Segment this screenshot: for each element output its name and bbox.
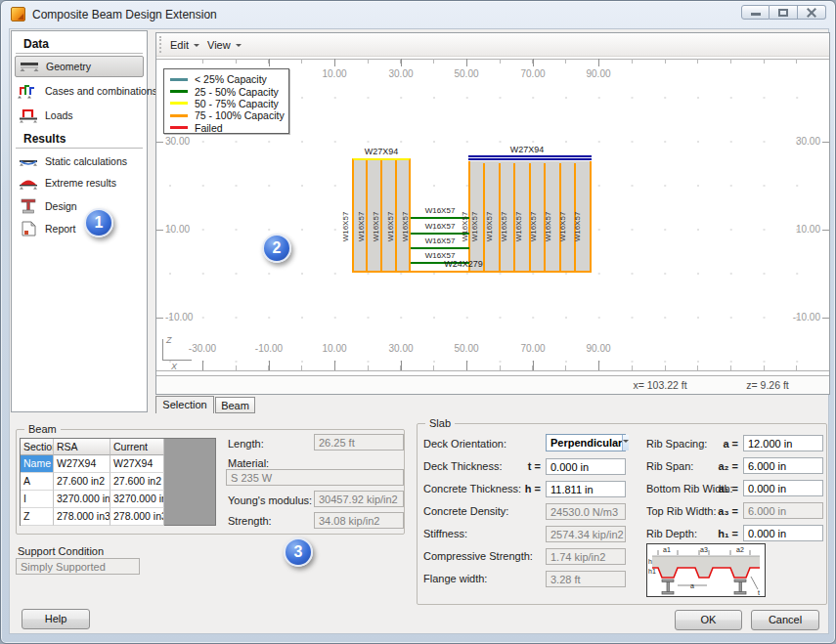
help-button[interactable]: Help	[22, 609, 90, 629]
diagram-label-a3: a3	[700, 546, 708, 553]
tab-beam[interactable]: Beam	[215, 397, 255, 413]
ruler-label: 30.00	[785, 136, 820, 147]
ruler-label: 90.00	[577, 68, 620, 79]
diagram-label-t: t	[758, 589, 760, 596]
rib-span-input[interactable]: 6.000 in	[743, 457, 823, 474]
selected-beam-line[interactable]	[468, 158, 592, 160]
divider	[16, 148, 143, 149]
legend-swatch	[170, 78, 188, 81]
deck-profile-diagram: a1 a3 a2 h h1 a t	[646, 543, 766, 597]
capacity-legend: < 25% Capacity 25 - 50% Capacity 50 - 75…	[163, 68, 289, 134]
concrete-density-field: 24530.0 N/m3	[546, 503, 626, 520]
dialog-content: Data Geometry Cases and combinations Loa…	[9, 28, 829, 634]
ruler-label: 50.00	[445, 343, 488, 354]
table-row[interactable]: Z 278.000 in3 278.000 in3	[21, 508, 164, 526]
toolbar-drag-handle[interactable]	[159, 36, 162, 53]
cancel-button[interactable]: Cancel	[751, 610, 819, 630]
infill-label: W16X57	[573, 197, 583, 256]
axis-x-label: X	[171, 362, 177, 371]
infill-label: W16X57	[372, 197, 381, 256]
sidebar-item-geometry[interactable]: Geometry	[15, 56, 144, 77]
infill-label: W16X57	[401, 197, 411, 256]
sidebar-item-extreme-results[interactable]: Extreme results	[15, 172, 144, 193]
sidebar-item-static-calculations[interactable]: Static calculations	[15, 150, 144, 172]
plot-area[interactable]: -10.00 10.00 30.00 50.00 70.00 90.00 30.…	[156, 57, 829, 375]
minimize-button[interactable]	[741, 5, 770, 20]
rib-spacing-input[interactable]: 12.000 in	[743, 435, 823, 451]
infill-label: W16X57	[514, 197, 524, 256]
selected-beam-line[interactable]	[468, 155, 592, 157]
strength-field: 34.08 kip/in2	[314, 512, 404, 529]
concrete-thickness-input[interactable]: 11.811 in	[546, 481, 626, 497]
ruler-label: 10.00	[313, 343, 356, 354]
callout-badge-1: 1	[84, 208, 113, 237]
table-row[interactable]: Name W27X94 W27X94	[21, 455, 164, 473]
cases-combinations-icon	[18, 83, 41, 99]
bottom-rib-width-input[interactable]: 0.000 in	[743, 480, 823, 496]
ruler-label: 10.00	[785, 224, 820, 235]
maximize-button[interactable]	[770, 5, 798, 20]
divider	[16, 53, 143, 54]
close-button[interactable]	[798, 5, 826, 20]
deck-thickness-input[interactable]: 0.000 in	[546, 458, 626, 475]
geometry-icon	[19, 59, 42, 74]
chevron-down-icon	[236, 44, 242, 50]
tab-selection[interactable]: Selection	[155, 396, 214, 413]
legend-swatch	[170, 102, 188, 105]
compressive-strength-label: Compressive Strength:	[423, 550, 533, 562]
material-label: Material:	[228, 457, 269, 469]
view-menu[interactable]: View	[203, 37, 245, 53]
sidebar-item-cases[interactable]: Cases and combinations	[15, 80, 144, 102]
beam-label-w27x94-left: W27X94	[352, 147, 411, 156]
flange-width-label: Flange width:	[423, 573, 487, 584]
ruler-label: 90.00	[577, 343, 620, 354]
titlebar[interactable]: Composite Beam Design Extension	[1, 1, 835, 28]
diagram-label-a: a	[690, 582, 694, 589]
material-field: S 235 W	[226, 469, 404, 486]
rib-depth-input[interactable]: 0.000 in	[743, 525, 823, 541]
rib-depth-symbol: h₁ =	[683, 528, 738, 539]
chevron-down-icon	[194, 44, 199, 50]
youngs-modulus-field: 30457.92 kip/in2	[314, 491, 404, 507]
deck-orientation-select[interactable]: Perpendicular	[546, 434, 626, 451]
beam-group-label: Beam	[24, 423, 61, 435]
dropdown-arrow-icon[interactable]	[622, 435, 629, 451]
beam-label-w27x94-right: W27X94	[498, 145, 556, 154]
app-icon	[11, 7, 25, 21]
sidebar-item-report[interactable]: Report	[15, 218, 144, 239]
stiffness-field: 2574.34 kip/in2	[546, 526, 626, 542]
cursor-x-coordinate: x= 103.22 ft	[616, 379, 704, 391]
static-calculations-icon	[18, 153, 41, 169]
ruler-minor-ticks-top	[202, 59, 801, 64]
ok-button[interactable]: OK	[675, 610, 742, 630]
ruler-label: -10.00	[247, 343, 290, 354]
compressive-strength-field: 1.74 kip/in2	[546, 548, 626, 565]
legend-swatch	[170, 90, 188, 93]
support-condition-field: Simply Supported	[16, 558, 140, 575]
table-row[interactable]: A 27.600 in2 27.600 in2	[21, 473, 164, 491]
ruler-label: 30.00	[165, 136, 200, 147]
deck-orientation-label: Deck Orientation:	[423, 438, 506, 450]
girder-line[interactable]	[352, 271, 592, 273]
table-row[interactable]: I 3270.000 in4 3270.000 in4	[21, 491, 164, 508]
diagram-label-a1: a1	[663, 546, 671, 553]
axis-z-label: Z	[166, 335, 172, 345]
design-icon	[18, 198, 41, 214]
strength-label: Strength:	[228, 515, 272, 527]
sidebar-item-design[interactable]: Design	[15, 195, 144, 217]
maximize-icon	[778, 9, 788, 17]
legend-swatch	[170, 114, 188, 117]
section-table[interactable]: Section RSA Current Name W27X94 W27X94 A…	[20, 438, 216, 526]
infill-label: W16X57	[386, 197, 396, 256]
concrete-thickness-symbol: h =	[476, 483, 541, 494]
sidebar-item-loads[interactable]: Loads	[15, 105, 144, 126]
ruler-label: 70.00	[511, 343, 554, 354]
ruler-label: -10.00	[165, 312, 200, 322]
callout-badge-2: 2	[262, 234, 291, 263]
infill-label: W16X57	[558, 197, 568, 256]
length-label: Length:	[228, 438, 264, 450]
infill-label: W16X57	[357, 197, 367, 256]
ruler-label: 30.00	[379, 68, 422, 79]
diagram-label-h1: h1	[648, 568, 656, 575]
edit-menu[interactable]: Edit	[166, 37, 203, 53]
